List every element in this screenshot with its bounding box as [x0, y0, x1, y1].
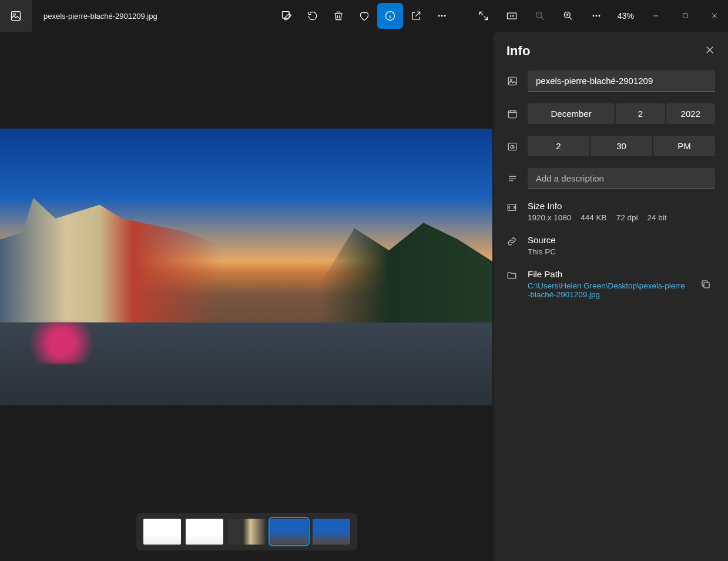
edit-button[interactable] — [274, 3, 300, 29]
info-button[interactable] — [377, 3, 403, 29]
info-panel: Info December 2 2022 2 30 — [494, 32, 728, 561]
file-path-label: File Path — [528, 269, 687, 279]
folder-icon — [506, 269, 518, 283]
maximize-button[interactable] — [672, 6, 699, 25]
toolbar-right: 43% — [471, 3, 728, 29]
time-minute[interactable]: 30 — [591, 136, 652, 156]
file-size: 444 KB — [581, 213, 606, 222]
dimensions: 1920 x 1080 — [528, 213, 571, 222]
content-area: Info December 2 2022 2 30 — [0, 32, 728, 561]
size-info-label: Size Info — [528, 201, 715, 211]
svg-rect-7 — [507, 13, 516, 19]
thumbnail[interactable] — [186, 519, 223, 545]
zoom-more-button[interactable] — [583, 3, 609, 29]
filename-label: pexels-pierre-blaché-2901209.jpg — [43, 12, 157, 21]
description-icon — [506, 173, 518, 184]
thumbnail[interactable] — [313, 519, 350, 545]
time-hour[interactable]: 2 — [528, 136, 589, 156]
svg-point-12 — [599, 15, 600, 16]
thumbnail[interactable] — [143, 519, 181, 545]
info-panel-title: Info — [506, 43, 530, 59]
svg-rect-13 — [683, 14, 687, 18]
zoom-in-button[interactable] — [555, 3, 581, 29]
actual-size-button[interactable] — [499, 3, 525, 29]
calendar-icon — [506, 109, 518, 119]
titlebar: pexels-pierre-blaché-2901209.jpg 43% — [0, 0, 728, 32]
zoom-percent: 43% — [618, 11, 634, 21]
source-label: Source — [528, 235, 715, 245]
description-input[interactable] — [528, 168, 715, 189]
toolbar-center — [274, 3, 455, 29]
svg-rect-20 — [704, 283, 709, 288]
svg-point-15 — [510, 79, 512, 80]
time-ampm[interactable]: PM — [653, 136, 715, 156]
filmstrip-inner — [136, 513, 357, 550]
dpi: 72 dpi — [616, 213, 638, 222]
filename-input[interactable] — [528, 70, 715, 92]
thumbnail-selected[interactable] — [270, 519, 308, 545]
size-icon — [506, 201, 518, 222]
date-month[interactable]: December — [528, 103, 615, 124]
close-info-button[interactable] — [704, 45, 715, 58]
svg-rect-14 — [508, 77, 516, 85]
image-area — [0, 32, 494, 561]
copy-path-button[interactable] — [696, 275, 715, 294]
filmstrip — [0, 502, 494, 561]
share-button[interactable] — [403, 3, 429, 29]
file-path-link[interactable]: C:\Users\Helen Green\Desktop\pexels-pier… — [528, 281, 687, 299]
svg-point-1 — [14, 14, 15, 15]
source-value: This PC — [528, 247, 556, 256]
favorite-button[interactable] — [351, 3, 377, 29]
svg-point-10 — [593, 15, 594, 16]
date-day[interactable]: 2 — [616, 103, 665, 124]
delete-button[interactable] — [326, 3, 351, 29]
bit-depth: 24 bit — [647, 213, 666, 222]
link-icon — [506, 235, 518, 256]
main-image — [0, 129, 492, 405]
svg-rect-0 — [12, 12, 21, 21]
zoom-out-button[interactable] — [527, 3, 553, 29]
rotate-button[interactable] — [300, 3, 326, 29]
more-button[interactable] — [429, 3, 455, 29]
close-button[interactable] — [701, 6, 728, 25]
svg-rect-16 — [508, 110, 516, 117]
svg-point-4 — [438, 15, 440, 16]
svg-point-6 — [444, 15, 445, 16]
svg-point-11 — [596, 15, 597, 16]
minimize-button[interactable] — [642, 6, 669, 25]
date-year[interactable]: 2022 — [666, 103, 715, 124]
image-icon — [506, 76, 518, 86]
app-icon[interactable] — [0, 0, 32, 32]
thumbnail[interactable] — [228, 519, 266, 545]
clock-icon — [506, 141, 518, 152]
svg-point-5 — [441, 15, 442, 16]
image-viewer[interactable] — [0, 32, 494, 502]
fullscreen-button[interactable] — [471, 3, 496, 29]
